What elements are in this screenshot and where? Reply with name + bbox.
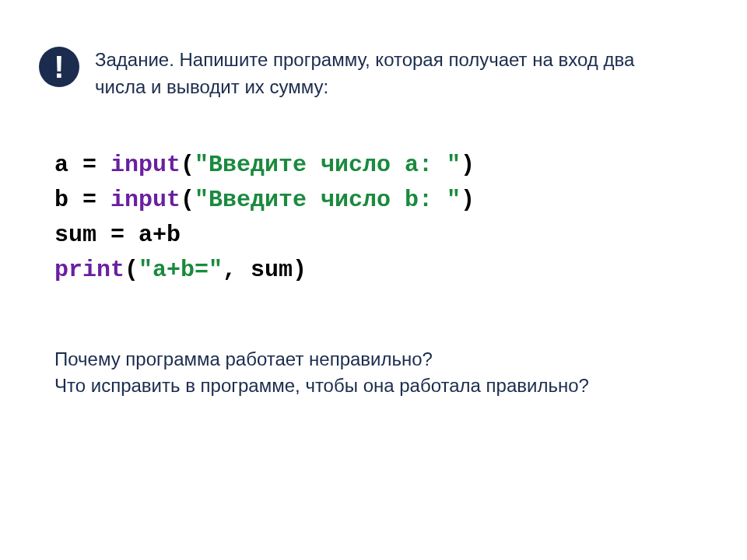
code-token: input: [110, 187, 181, 213]
code-token: b =: [54, 187, 110, 213]
questions-block: Почему программа работает неправильно? Ч…: [54, 346, 693, 401]
question-2: Что исправить в программе, чтобы она раб…: [54, 373, 693, 400]
code-token: input: [110, 152, 181, 178]
code-line-1: a = input("Введите число a: "): [54, 148, 708, 183]
code-token: sum = a+b: [54, 222, 181, 248]
code-line-2: b = input("Введите число b: "): [54, 183, 708, 218]
code-token: ): [293, 257, 307, 283]
exclamation-icon: !: [39, 47, 79, 87]
code-token: "Введите число b: ": [195, 187, 461, 213]
question-1: Почему программа работает неправильно?: [54, 346, 693, 373]
code-token: print: [54, 257, 124, 283]
code-line-3: sum = a+b: [54, 218, 708, 253]
code-block: a = input("Введите число a: ") b = input…: [54, 148, 708, 288]
code-token: (: [181, 152, 195, 178]
task-header: ! Задание. Напишите программу, которая п…: [39, 47, 708, 101]
task-text: Задание. Напишите программу, которая пол…: [95, 47, 671, 101]
slide-container: ! Задание. Напишите программу, которая п…: [0, 0, 747, 439]
code-line-4: print("a+b=", sum): [54, 253, 708, 288]
code-token: a =: [54, 152, 110, 178]
code-token: "Введите число a: ": [195, 152, 461, 178]
code-token: (: [124, 257, 139, 283]
code-token: ): [461, 152, 475, 178]
code-token: ): [461, 187, 475, 213]
code-token: (: [181, 187, 195, 213]
code-token: "a+b=": [139, 257, 223, 283]
code-token: , sum: [223, 257, 293, 283]
